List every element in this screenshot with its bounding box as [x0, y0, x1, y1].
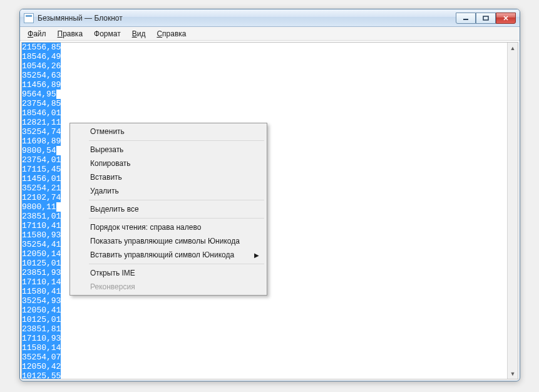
- close-icon: [503, 16, 509, 21]
- cm-cut[interactable]: Вырезать: [71, 143, 265, 157]
- cm-paste[interactable]: Вставить: [71, 170, 265, 184]
- text-line: 35254,63: [22, 71, 507, 80]
- submenu-arrow-icon: ▶: [254, 252, 259, 259]
- cm-separator: [89, 264, 264, 264]
- minimize-button[interactable]: [456, 13, 476, 24]
- text-line: 23754,85: [22, 99, 507, 108]
- text-line: 18546,01: [22, 108, 507, 118]
- menu-view-u: В: [132, 29, 137, 38]
- text-line: 10125,01: [22, 315, 507, 324]
- maximize-icon: [483, 16, 489, 21]
- close-button[interactable]: [496, 13, 516, 24]
- cm-insert-unicode[interactable]: Вставить управляющий символ Юникода▶: [71, 248, 265, 262]
- notepad-icon: [24, 13, 34, 23]
- menu-edit[interactable]: Правка: [53, 28, 88, 39]
- menu-format[interactable]: Формат: [89, 28, 126, 39]
- cm-reading-order[interactable]: Порядок чтения: справа налево: [71, 220, 265, 234]
- cm-copy[interactable]: Копировать: [71, 157, 265, 170]
- cm-show-unicode[interactable]: Показать управляющие символы Юникода: [71, 234, 265, 248]
- cm-delete[interactable]: Удалить: [71, 184, 265, 198]
- text-line: 11580,14: [22, 343, 507, 353]
- scroll-down-arrow[interactable]: ▼: [508, 368, 518, 379]
- cm-undo[interactable]: Отменить: [71, 125, 265, 138]
- cm-open-ime[interactable]: Открыть IME: [71, 266, 265, 280]
- text-line: 10546,26: [22, 61, 507, 71]
- text-line: 21556,85: [22, 43, 507, 52]
- cm-separator: [89, 140, 264, 141]
- window-controls: [456, 13, 516, 24]
- vertical-scrollbar[interactable]: ▲ ▼: [507, 43, 518, 379]
- titlebar[interactable]: Безымянный — Блокнот: [20, 9, 520, 27]
- menu-view[interactable]: Вид: [127, 28, 151, 39]
- text-line: 9564,95: [22, 90, 507, 99]
- window-title: Безымянный — Блокнот: [38, 14, 123, 23]
- menu-help-u: С: [157, 29, 162, 38]
- scroll-up-arrow[interactable]: ▲: [508, 43, 518, 53]
- cm-separator: [89, 200, 264, 200]
- menubar: Файл Правка Формат Вид Справка: [20, 27, 520, 41]
- menu-help[interactable]: Справка: [151, 28, 191, 39]
- text-line: 23851,81: [22, 324, 507, 334]
- cm-separator: [89, 218, 264, 219]
- cm-select-all[interactable]: Выделить все: [71, 202, 265, 216]
- text-line: 10125,55: [22, 371, 507, 379]
- svg-rect-0: [463, 19, 468, 20]
- minimize-icon: [463, 16, 469, 21]
- text-line: 35254,07: [22, 353, 507, 362]
- svg-rect-1: [483, 16, 488, 20]
- text-line: 12050,42: [22, 362, 507, 371]
- maximize-button[interactable]: [476, 13, 496, 24]
- menu-file-u: Ф: [28, 29, 33, 38]
- cm-reconversion: Реконверсия: [71, 280, 265, 294]
- context-menu: Отменить Вырезать Копировать Вставить Уд…: [69, 123, 267, 296]
- menu-edit-u: П: [58, 29, 63, 38]
- text-line: 18546,49: [22, 52, 507, 61]
- text-line: 12050,41: [22, 306, 507, 315]
- text-line: 11456,89: [22, 80, 507, 90]
- text-line: 35254,93: [22, 296, 507, 306]
- text-line: 17110,93: [22, 334, 507, 343]
- menu-file[interactable]: Файл: [23, 28, 51, 39]
